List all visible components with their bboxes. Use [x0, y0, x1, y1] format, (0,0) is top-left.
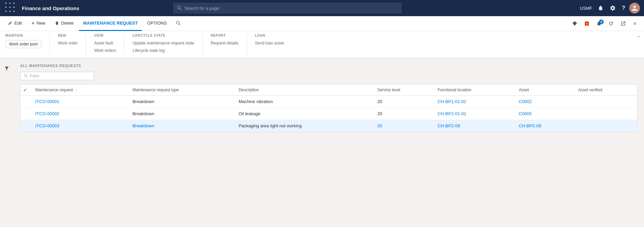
row-type: Breakdown — [128, 120, 235, 132]
table-row[interactable]: ITCO-00003 Breakdown Packaging area ligh… — [21, 120, 637, 132]
row-functional-location[interactable]: CH-BP2-09 — [434, 120, 515, 132]
work-order-pool-btn[interactable]: Work order pool — [5, 40, 41, 48]
open-new-window-icon — [620, 21, 626, 26]
help-button[interactable]: ? — [620, 4, 627, 12]
row-asset-verified — [574, 108, 637, 120]
row-description: Machine vibration — [235, 96, 373, 108]
row-asset[interactable]: C0005 — [515, 108, 574, 120]
tab-maintenance-request-label: MAINTENANCE REQUEST — [83, 21, 138, 26]
filter-icon — [4, 66, 9, 71]
top-nav-bar: Finance and Operations USMF ? — [0, 0, 644, 16]
col-description: Description — [235, 85, 373, 96]
tab-delete[interactable]: Delete — [51, 17, 78, 31]
loan-group-label: LOAN — [255, 34, 284, 37]
edit-icon — [8, 21, 12, 25]
table-row[interactable]: ITCO-00001 Breakdown Machine vibration 2… — [21, 96, 637, 108]
row-service-level: 20 — [373, 108, 434, 120]
data-table-wrap: ✓ Maintenance request ↑ Maintenance requ… — [20, 84, 637, 132]
work-order-link[interactable]: Work order — [58, 40, 78, 46]
global-search-container — [173, 3, 402, 13]
top-nav-right-area: USMF ? — [580, 3, 640, 13]
tab-options[interactable]: OPTIONS — [143, 17, 171, 31]
col-check: ✓ — [21, 85, 31, 96]
filter-bar — [20, 72, 637, 80]
notifications-badge-btn[interactable]: 0 — [594, 19, 604, 28]
filter-sidebar-btn[interactable] — [2, 64, 11, 74]
svg-text:O: O — [586, 22, 588, 25]
col-service-level: Service level — [373, 85, 434, 96]
table-row[interactable]: ITCO-00002 Breakdown Oil leakage 20 CH-B… — [21, 108, 637, 120]
col-asset-label: Asset — [519, 88, 529, 92]
row-asset[interactable]: C0002 — [515, 96, 574, 108]
refresh-btn[interactable] — [606, 19, 616, 28]
request-details-link[interactable]: Request details — [211, 40, 239, 46]
svg-point-6 — [24, 74, 27, 76]
lifecycle-group-label: LIFECYCLE STATE — [132, 34, 194, 37]
sort-asc-icon: ↑ — [75, 88, 77, 92]
svg-line-7 — [26, 76, 28, 78]
app-title: Finance and Operations — [22, 5, 79, 11]
work-orders-link[interactable]: Work orders — [94, 47, 116, 54]
row-type: Breakdown — [128, 108, 235, 120]
ribbon-right-icons: O 0 — [569, 19, 640, 28]
row-request-id[interactable]: ITCO-00001 — [31, 96, 128, 108]
col-request[interactable]: Maintenance request ↑ — [31, 85, 128, 96]
ribbon-bar: Edit + New Delete MAINTENANCE REQUEST OP… — [0, 16, 644, 58]
filter-input[interactable] — [30, 73, 90, 78]
ribbon-collapse-btn[interactable] — [637, 34, 641, 40]
tab-edit[interactable]: Edit — [4, 17, 26, 31]
row-type: Breakdown — [128, 96, 235, 108]
row-functional-location[interactable]: CH-BP2-01-01 — [434, 108, 515, 120]
ribbon-group-view: VIEW Asset fault Work orders — [94, 34, 124, 55]
new-group-label: NEW — [58, 34, 78, 37]
col-type-label: Maintenance request type — [132, 88, 179, 92]
ribbon-group-new: NEW Work order — [58, 34, 86, 55]
row-asset[interactable]: CH-BP2-09 — [515, 120, 574, 132]
ribbon-search-btn[interactable] — [172, 17, 185, 31]
diamond-icon-btn[interactable] — [569, 19, 580, 28]
section-title: ALL MAINTENANCE REQUESTS — [20, 64, 637, 68]
row-check-cell — [21, 108, 31, 120]
maintenance-requests-table: ✓ Maintenance request ↑ Maintenance requ… — [21, 85, 637, 132]
global-search-input[interactable] — [185, 6, 398, 11]
col-type: Maintenance request type — [128, 85, 235, 96]
ribbon-group-report: REPORT Request details — [211, 34, 247, 55]
settings-button[interactable] — [608, 4, 618, 12]
row-description: Oil leakage — [235, 108, 373, 120]
ribbon-group-maintain: MAINTAIN Work order pool — [5, 34, 50, 55]
row-request-id[interactable]: ITCO-00003 — [31, 120, 128, 132]
collapse-up-icon — [637, 34, 641, 39]
row-check-cell — [21, 96, 31, 108]
svg-point-0 — [177, 6, 180, 9]
ribbon-group-loan: LOAN Send loan asset — [255, 34, 292, 55]
tab-new[interactable]: + New — [27, 17, 49, 31]
office-icon-btn[interactable]: O — [581, 19, 592, 28]
asset-fault-link[interactable]: Asset fault — [94, 40, 116, 46]
refresh-icon — [608, 21, 614, 26]
col-description-label: Description — [239, 88, 259, 92]
send-loan-asset-link[interactable]: Send loan asset — [255, 40, 284, 46]
app-grid-menu[interactable] — [4, 1, 18, 15]
update-maintenance-state-link[interactable]: Update maintenance request state — [132, 40, 194, 46]
check-all-icon: ✓ — [23, 87, 27, 93]
tab-options-label: OPTIONS — [147, 21, 167, 26]
filter-search-icon — [24, 74, 28, 78]
col-asset-verified: Asset verified — [574, 85, 637, 96]
left-sidebar — [0, 58, 13, 227]
user-avatar[interactable] — [629, 3, 640, 13]
lifecycle-state-log-link[interactable]: Lifecycle state log — [132, 47, 194, 54]
svg-line-3 — [179, 24, 180, 25]
svg-line-1 — [180, 9, 181, 10]
row-functional-location[interactable]: CH-BP1-01-02 — [434, 96, 515, 108]
col-functional-location: Functional location — [434, 85, 515, 96]
row-service-level: 20 — [373, 120, 434, 132]
tab-maintenance-request[interactable]: MAINTENANCE REQUEST — [79, 17, 142, 31]
search-ribbon-icon — [176, 21, 181, 26]
notifications-button[interactable] — [596, 4, 606, 12]
trash-icon — [55, 21, 59, 25]
open-new-window-btn[interactable] — [618, 19, 629, 28]
row-asset-verified — [574, 120, 637, 132]
main-content: ALL MAINTENANCE REQUESTS — [13, 58, 644, 227]
row-request-id[interactable]: ITCO-00002 — [31, 108, 128, 120]
close-ribbon-btn[interactable] — [630, 19, 640, 28]
